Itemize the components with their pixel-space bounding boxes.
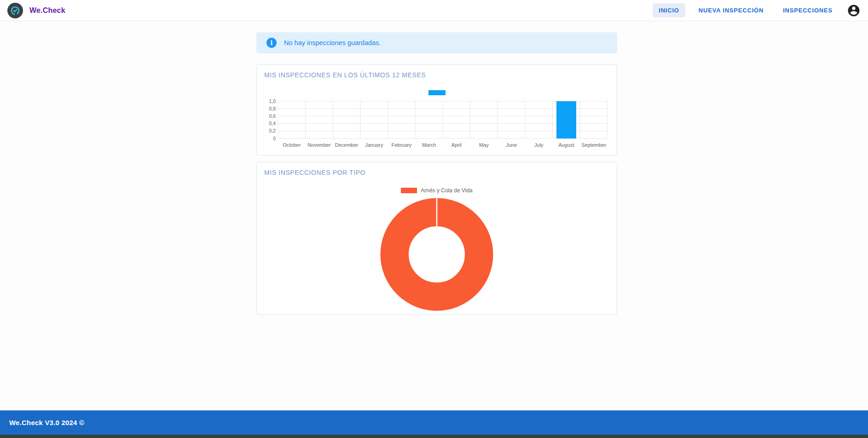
donut-chart-canvas <box>380 198 493 311</box>
x-tick-label: October <box>283 142 301 148</box>
donut-chart-legend: Arnés y Cola de Vida <box>264 187 609 194</box>
donut-legend-label[interactable]: Arnés y Cola de Vida <box>421 187 473 194</box>
main-nav: INICIO NUEVA INSPECCIÓN INSPECCIONES <box>653 3 839 17</box>
y-tick-label: 0,8 <box>269 106 276 111</box>
app-footer: We.Check V3.0 2024 © <box>0 410 868 435</box>
x-tick-label: September <box>581 142 606 148</box>
account-circle-icon[interactable] <box>847 4 861 17</box>
donut-slice-border <box>436 198 438 227</box>
donut-legend-swatch[interactable] <box>401 188 417 193</box>
nav-item-nueva-inspeccion[interactable]: NUEVA INSPECCIÓN <box>693 3 770 17</box>
x-tick-label: June <box>506 142 517 148</box>
x-tick-label: November <box>307 142 331 148</box>
info-alert: i No hay inspecciones guardadas. <box>256 32 617 53</box>
bar-chart-legend <box>264 90 609 95</box>
y-tick-label: 0,2 <box>269 128 276 133</box>
x-tick-label: May <box>479 142 489 148</box>
x-tick-label: February <box>391 142 412 148</box>
x-tick-label: March <box>422 142 436 148</box>
y-tick-label: 0,6 <box>269 113 276 119</box>
x-tick-label: August <box>558 142 574 148</box>
x-tick-label: July <box>534 142 544 148</box>
donut-chart-wrap <box>264 198 609 311</box>
bar-chart-canvas: 1,00,80,60,40,20OctoberNovemberDecemberJ… <box>264 98 610 153</box>
x-tick-label: December <box>335 142 359 148</box>
brand-title[interactable]: We.Check <box>29 6 65 15</box>
y-tick-label: 0 <box>273 136 276 141</box>
card-title-12-months: MIS INSPECCIONES EN LOS ÚLTIMOS 12 MESES <box>264 71 609 79</box>
main-content: i No hay inspecciones guardadas. MIS INS… <box>0 21 868 410</box>
x-tick-label: April <box>451 142 462 148</box>
content-column: i No hay inspecciones guardadas. MIS INS… <box>256 32 617 315</box>
nav-item-inspecciones[interactable]: INSPECCIONES <box>777 3 839 17</box>
card-inspections-by-type: MIS INSPECCIONES POR TIPO Arnés y Cola d… <box>256 162 617 315</box>
nav-item-inicio[interactable]: INICIO <box>653 3 685 17</box>
footer-text: We.Check V3.0 2024 © <box>9 419 84 426</box>
brand[interactable]: We.Check <box>7 3 65 18</box>
x-tick-label: January <box>365 142 383 148</box>
info-alert-message: No hay inspecciones guardadas. <box>284 39 381 46</box>
app-header: We.Check INICIO NUEVA INSPECCIÓN INSPECC… <box>0 0 868 21</box>
card-title-by-type: MIS INSPECCIONES POR TIPO <box>264 169 609 176</box>
brand-logo-check-circle-icon[interactable] <box>7 3 23 18</box>
window-bottom-edge <box>0 435 868 438</box>
bar[interactable] <box>556 101 576 138</box>
card-inspections-12-months: MIS INSPECCIONES EN LOS ÚLTIMOS 12 MESES… <box>256 64 617 156</box>
check-circle-icon <box>10 5 21 16</box>
y-tick-label: 1,0 <box>269 98 276 104</box>
info-icon: i <box>266 38 277 48</box>
bar-chart-legend-swatch[interactable] <box>428 90 446 95</box>
y-tick-label: 0,4 <box>269 121 276 126</box>
